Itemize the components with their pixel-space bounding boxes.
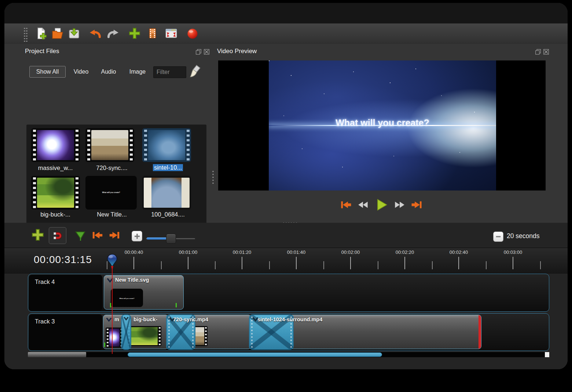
save-project-icon — [67, 27, 81, 40]
project-files-close-button[interactable] — [203, 49, 210, 56]
ruler-tick-label: 00:02:20 — [396, 249, 414, 255]
ruler-subtick — [161, 261, 162, 269]
fullscreen-button[interactable] — [164, 26, 178, 40]
ruler-subtick — [323, 261, 324, 269]
jump-to-end-button[interactable] — [411, 198, 424, 211]
selection-tint — [142, 128, 191, 162]
file-thumbnail-bedroom[interactable] — [142, 176, 191, 210]
file-label[interactable]: massive_w... — [38, 164, 73, 171]
ruler-tick — [513, 257, 513, 269]
ruler-subtick — [540, 261, 541, 269]
filter-input[interactable] — [153, 66, 186, 78]
ruler-tick-label: 00:01:20 — [233, 249, 252, 255]
clip-title: sintel-1024-surround.mp4 — [257, 317, 322, 322]
window-top-strip — [4, 3, 568, 23]
new-project-button[interactable] — [34, 26, 48, 40]
film-strip-decoration — [74, 128, 79, 162]
file-thumb-art — [37, 130, 74, 160]
filter-audio-button[interactable]: Audio — [96, 66, 121, 78]
film-strip-icon — [147, 27, 158, 40]
snapping-toggle-button[interactable] — [49, 227, 66, 244]
app-window: Project Files Show All Video Audio Image — [4, 3, 568, 369]
project-files-float-button[interactable] — [195, 49, 202, 56]
file-thumb-art — [37, 178, 74, 208]
ruler-subtick — [432, 261, 433, 269]
import-files-button[interactable] — [128, 26, 142, 40]
file-label[interactable]: New Title... — [97, 211, 127, 218]
clear-filter-button[interactable] — [188, 64, 202, 81]
file-label[interactable]: 720-sync.... — [96, 164, 127, 171]
open-project-button[interactable] — [51, 26, 65, 40]
file-label[interactable]: 100_0684.... — [151, 211, 185, 218]
play-button[interactable] — [375, 198, 388, 211]
video-preview-screen[interactable]: What will you create? — [218, 60, 546, 191]
film-strip-decoration — [32, 128, 37, 162]
ruler-subtick — [486, 261, 487, 269]
clip-thumbnail: What will you create? — [111, 289, 143, 307]
undo-button[interactable] — [88, 26, 102, 40]
jump-to-start-button[interactable] — [339, 198, 352, 211]
close-panel-icon — [203, 49, 210, 55]
snap-indicator — [110, 303, 111, 307]
choose-profile-button[interactable] — [147, 26, 158, 40]
toolbar-drag-handle[interactable] — [23, 27, 28, 42]
file-thumbnail-newtitle[interactable]: What will you create? — [85, 176, 137, 210]
transition-fade[interactable] — [121, 314, 131, 350]
clip-new-title-svg[interactable]: New Title.svg What will you create? — [104, 275, 184, 310]
playhead-line — [112, 269, 113, 354]
stars-decoration — [269, 60, 270, 61]
rewind-button[interactable] — [357, 198, 370, 211]
timeline-ruler[interactable]: 00:00:31:15 00:00:40 00:01:00 00:01:20 0… — [4, 248, 568, 274]
ruler-tick-label: 00:02:40 — [450, 249, 468, 255]
track-4-row[interactable]: Track 4 New Title.svg What will you crea… — [28, 274, 549, 312]
clip-end-marker[interactable] — [478, 315, 481, 349]
track-3-header[interactable]: Track 3 — [29, 314, 102, 350]
clip-thumb-art — [195, 327, 204, 345]
horizontal-scrollbar-thumb[interactable] — [128, 352, 382, 357]
export-video-button[interactable] — [186, 26, 199, 40]
ruler-tick — [350, 257, 351, 269]
marker-icon — [74, 230, 86, 242]
filter-show-all-button[interactable]: Show All — [29, 66, 66, 78]
ruler-tick — [404, 257, 405, 269]
timeline-corner-bar — [28, 352, 86, 357]
clip-menu-chevron-icon[interactable] — [106, 317, 112, 322]
add-marker-button[interactable] — [74, 230, 86, 242]
snap-indicator — [104, 343, 105, 347]
zoom-scale-label: 20 seconds — [507, 232, 540, 240]
playhead-marker[interactable] — [106, 254, 119, 273]
file-thumbnail-720sync[interactable] — [85, 128, 134, 162]
filter-image-button[interactable]: Image — [125, 66, 150, 78]
track-4-header[interactable]: Track 4 — [29, 275, 102, 311]
fast-forward-button[interactable] — [393, 198, 406, 211]
save-project-button[interactable] — [67, 26, 81, 40]
file-thumbnail-bigbuck[interactable] — [31, 176, 80, 210]
panels-region: Project Files Show All Video Audio Image — [4, 44, 568, 223]
file-label[interactable]: big-buck-... — [40, 211, 70, 218]
video-preview-close-button[interactable] — [543, 49, 549, 56]
film-strip-decoration — [86, 128, 91, 162]
float-panel-icon — [195, 49, 202, 55]
next-marker-button[interactable] — [109, 229, 122, 242]
horizontal-scrollbar[interactable] — [86, 352, 549, 357]
panel-splitter-handle[interactable] — [212, 170, 214, 185]
brush-icon — [188, 64, 202, 79]
redo-button[interactable] — [106, 26, 120, 40]
magnet-icon — [52, 230, 63, 241]
zoom-slider-handle[interactable] — [166, 234, 176, 244]
file-label-selected[interactable]: sintel-10... — [153, 164, 183, 171]
play-icon — [375, 198, 388, 211]
video-preview-float-button[interactable] — [535, 49, 541, 56]
file-thumbnail-massive[interactable] — [31, 128, 80, 162]
file-thumbnail-sintel[interactable] — [142, 128, 191, 162]
add-track-button[interactable] — [31, 228, 45, 242]
transition-chevron-icon[interactable] — [124, 317, 129, 321]
zoom-in-button[interactable] — [132, 231, 142, 241]
track-3-row[interactable]: Track 3 m big-buck- — [28, 313, 549, 351]
film-strip-decoration — [158, 326, 161, 346]
clip-title: m — [114, 317, 119, 322]
zoom-out-button[interactable] — [493, 232, 503, 242]
ruler-tick — [133, 257, 134, 269]
filter-video-button[interactable]: Video — [70, 66, 92, 78]
previous-marker-button[interactable] — [90, 229, 103, 242]
